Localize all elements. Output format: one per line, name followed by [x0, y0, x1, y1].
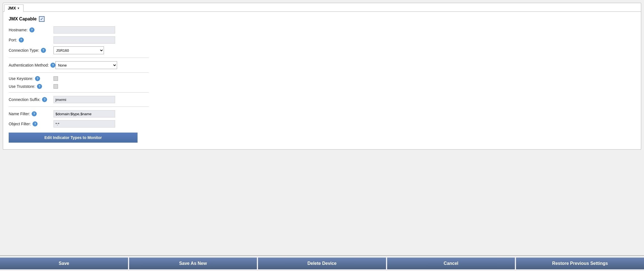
auth-method-select[interactable]: None — [55, 61, 117, 69]
delete-device-button[interactable]: Delete Device — [258, 258, 386, 269]
restore-previous-settings-button[interactable]: Restore Previous Settings — [516, 258, 644, 269]
auth-method-help-icon[interactable]: ? — [50, 63, 55, 68]
connection-type-help-icon[interactable]: ? — [41, 48, 46, 53]
divider-1 — [9, 58, 149, 58]
port-row: Port: ? — [9, 36, 635, 44]
use-keystore-row: Use Keystore: ? — [9, 76, 635, 81]
name-filter-label: Name Filter: ? — [9, 111, 54, 116]
divider-4 — [9, 107, 149, 107]
edit-indicator-types-button[interactable]: Edit Indicator Types to Monitor — [9, 133, 138, 143]
jmx-capable-label: JMX Capable — [9, 17, 37, 22]
use-truststore-label: Use Truststore: ? — [9, 84, 54, 89]
connection-suffix-row: Connection Suffix: ? — [9, 96, 635, 103]
object-filter-label: Object Filter: ? — [9, 121, 54, 126]
use-truststore-row: Use Truststore: ? — [9, 84, 635, 89]
object-filter-row: Object Filter: ? — [9, 120, 635, 128]
name-filter-row: Name Filter: ? — [9, 110, 635, 117]
hostname-section: Hostname: ? Port: ? Connection — [9, 26, 635, 54]
auth-method-label: Authentication Method: ? — [9, 63, 55, 68]
tab-jmx[interactable]: JMX ▼ — [4, 4, 24, 12]
auth-method-row: Authentication Method: ? None — [9, 61, 635, 69]
main-content: JMX ▼ JMX Capable Hostname: ? — [0, 0, 644, 255]
name-filter-input[interactable] — [54, 110, 115, 117]
hostname-help-icon[interactable]: ? — [29, 27, 34, 32]
save-as-new-button[interactable]: Save As New — [129, 258, 257, 269]
footer: Save Save As New Delete Device Cancel Re… — [0, 255, 644, 271]
jmx-capable-row: JMX Capable — [9, 16, 635, 22]
save-button[interactable]: Save — [0, 258, 128, 269]
connection-type-label: Connection Type: ? — [9, 48, 54, 53]
divider-2 — [9, 72, 149, 73]
name-filter-help-icon[interactable]: ? — [32, 111, 37, 116]
use-truststore-help-icon[interactable]: ? — [37, 84, 42, 89]
tab-dropdown-arrow: ▼ — [17, 7, 20, 10]
connection-suffix-section: Connection Suffix: ? — [9, 96, 635, 103]
port-help-icon[interactable]: ? — [19, 37, 24, 43]
object-filter-help-icon[interactable]: ? — [32, 121, 38, 126]
port-label: Port: ? — [9, 37, 54, 43]
hostname-row: Hostname: ? — [9, 26, 635, 34]
object-filter-input[interactable] — [54, 120, 115, 128]
tab-jmx-label: JMX — [8, 6, 16, 10]
keystore-section: Use Keystore: ? Use Truststore: ? — [9, 76, 635, 89]
connection-suffix-input[interactable] — [54, 96, 115, 103]
tab-content: JMX Capable Hostname: ? Port: ? — [3, 11, 641, 149]
hostname-input[interactable] — [54, 26, 115, 34]
use-keystore-help-icon[interactable]: ? — [35, 76, 40, 81]
tab-container: JMX ▼ JMX Capable Hostname: ? — [3, 3, 641, 150]
connection-type-select[interactable]: JSR160 — [54, 46, 104, 54]
cancel-button[interactable]: Cancel — [387, 258, 515, 269]
connection-suffix-help-icon[interactable]: ? — [42, 97, 47, 102]
hostname-label: Hostname: ? — [9, 27, 54, 32]
auth-section: Authentication Method: ? None — [9, 61, 635, 69]
filters-section: Name Filter: ? Object Filter: ? Edit Ind… — [9, 110, 635, 143]
use-keystore-checkbox[interactable] — [54, 76, 58, 81]
jmx-capable-checkbox[interactable] — [39, 16, 45, 22]
connection-type-row: Connection Type: ? JSR160 — [9, 46, 635, 54]
port-input[interactable] — [54, 36, 115, 44]
use-truststore-checkbox[interactable] — [54, 84, 58, 89]
tab-header: JMX ▼ — [3, 3, 641, 11]
connection-suffix-label: Connection Suffix: ? — [9, 97, 54, 102]
divider-3 — [9, 92, 149, 93]
use-keystore-label: Use Keystore: ? — [9, 76, 54, 81]
